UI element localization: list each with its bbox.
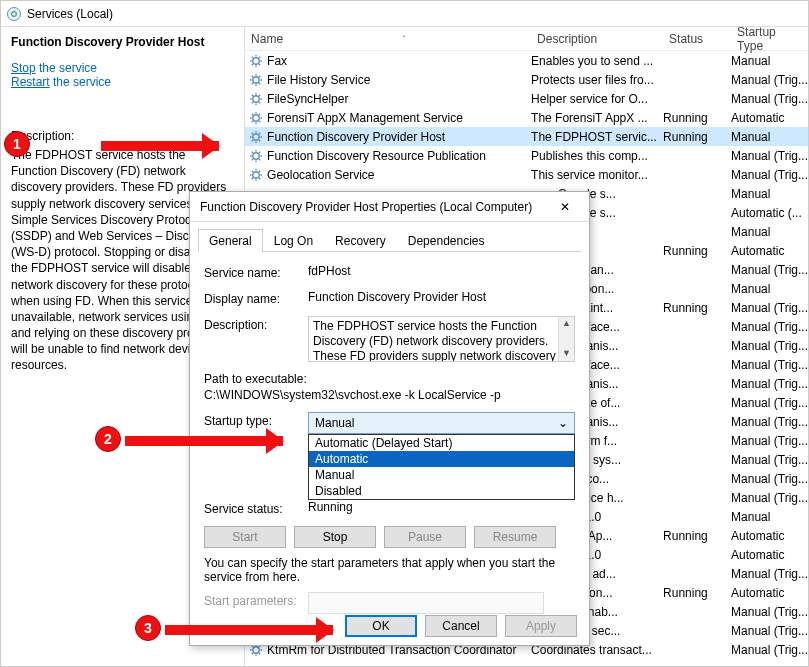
desc-box: The FDPHOST service hosts the Function D…: [308, 316, 575, 362]
service-name: FileSyncHelper: [267, 92, 348, 106]
annotation-arrow-3: [165, 625, 333, 635]
annotation-arrow-1: [101, 141, 219, 151]
service-row[interactable]: File History ServiceProtects user files …: [245, 70, 808, 89]
combo-option[interactable]: Manual: [309, 467, 574, 483]
service-startup: Automatic: [731, 111, 808, 125]
service-row[interactable]: FaxEnables you to send ...Manual: [245, 51, 808, 70]
svg-point-4: [253, 114, 259, 120]
service-row[interactable]: FileSyncHelperHelper service for O...Man…: [245, 89, 808, 108]
service-name-label: Service name:: [204, 264, 308, 280]
col-name[interactable]: Nameˆ: [245, 27, 531, 50]
service-startup: Manual (Trig...: [731, 92, 808, 106]
gear-icon: [249, 149, 263, 163]
service-status: Running: [663, 529, 731, 543]
service-startup: Manual (Trig...: [731, 434, 808, 448]
service-startup: Automatic: [731, 548, 808, 562]
combo-option[interactable]: Disabled: [309, 483, 574, 499]
col-description[interactable]: Description: [531, 27, 663, 50]
service-desc: Enables you to send ...: [531, 54, 663, 68]
cancel-button[interactable]: Cancel: [425, 615, 497, 637]
service-name: Fax: [267, 54, 287, 68]
combo-option[interactable]: Automatic: [309, 451, 574, 467]
service-startup: Manual (Trig...: [731, 643, 808, 657]
desc-label: Description:: [204, 316, 308, 362]
service-startup: Manual: [731, 282, 808, 296]
service-desc: Publishes this comp...: [531, 149, 663, 163]
service-desc: Protects user files fro...: [531, 73, 663, 87]
svg-point-0: [12, 11, 17, 16]
dialog-titlebar[interactable]: Function Discovery Provider Host Propert…: [190, 192, 589, 222]
service-status: Running: [663, 244, 731, 258]
svg-point-7: [253, 171, 259, 177]
service-startup: Manual (Trig...: [731, 567, 808, 581]
service-startup: Automatic: [731, 529, 808, 543]
start-button[interactable]: Start: [204, 526, 286, 548]
service-startup: Manual (Trig...: [731, 472, 808, 486]
service-status: Running: [663, 301, 731, 315]
col-status[interactable]: Status: [663, 27, 731, 50]
scroll-down-icon[interactable]: ▼: [562, 347, 571, 361]
tab-logon[interactable]: Log On: [263, 229, 324, 252]
service-row[interactable]: Function Discovery Resource PublicationP…: [245, 146, 808, 165]
service-startup: Manual (Trig...: [731, 339, 808, 353]
service-row[interactable]: Geolocation ServiceThis service monitor.…: [245, 165, 808, 184]
desc-scrollbar[interactable]: ▲▼: [558, 317, 574, 361]
service-startup: Automatic (...: [731, 206, 808, 220]
svg-point-5: [253, 133, 259, 139]
startup-type-dropdown: Automatic (Delayed Start)AutomaticManual…: [308, 434, 575, 500]
apply-button[interactable]: Apply: [505, 615, 577, 637]
service-row[interactable]: Function Discovery Provider HostThe FDPH…: [245, 127, 808, 146]
service-name-value: fdPHost: [308, 264, 575, 280]
service-startup: Manual (Trig...: [731, 377, 808, 391]
column-headers: Nameˆ Description Status Startup Type: [245, 27, 808, 51]
service-startup: Manual (Trig...: [731, 263, 808, 277]
pause-button[interactable]: Pause: [384, 526, 466, 548]
path-label: Path to executable:: [204, 372, 575, 386]
tab-recovery[interactable]: Recovery: [324, 229, 397, 252]
service-name: Geolocation Service: [267, 168, 374, 182]
service-startup: Manual (Trig...: [731, 491, 808, 505]
service-name: Function Discovery Resource Publication: [267, 149, 486, 163]
close-icon[interactable]: ✕: [545, 195, 585, 219]
service-startup: Manual: [731, 130, 808, 144]
tab-general[interactable]: General: [198, 229, 263, 252]
service-startup: Manual (Trig...: [731, 624, 808, 638]
svg-point-6: [253, 152, 259, 158]
service-status: Running: [663, 111, 731, 125]
restart-service-link[interactable]: Restart the service: [11, 75, 234, 89]
stop-service-link[interactable]: Stop the service: [11, 61, 234, 75]
service-startup: Manual (Trig...: [731, 149, 808, 163]
service-startup: Automatic: [731, 586, 808, 600]
chevron-down-icon: ⌄: [558, 416, 568, 430]
scroll-up-icon[interactable]: ▲: [562, 317, 571, 331]
dialog-tabs: General Log On Recovery Dependencies: [198, 228, 581, 252]
startup-type-combo[interactable]: Manual⌄: [308, 412, 575, 434]
service-startup: Manual: [731, 187, 808, 201]
service-startup: Manual (Trig...: [731, 320, 808, 334]
ok-button[interactable]: OK: [345, 615, 417, 637]
service-startup: Manual (Trig...: [731, 605, 808, 619]
service-startup: Manual (Trig...: [731, 453, 808, 467]
annotation-badge-2: 2: [95, 426, 121, 452]
service-status: Running: [663, 130, 731, 144]
start-params-label: Start parameters:: [204, 592, 308, 614]
service-startup: Manual (Trig...: [731, 358, 808, 372]
display-name-label: Display name:: [204, 290, 308, 306]
col-startup[interactable]: Startup Type: [731, 27, 808, 50]
combo-option[interactable]: Automatic (Delayed Start): [309, 435, 574, 451]
start-param-note: You can specify the start parameters tha…: [204, 556, 575, 584]
stop-button[interactable]: Stop: [294, 526, 376, 548]
gear-icon: [249, 73, 263, 87]
service-row[interactable]: ForensiT AppX Management ServiceThe Fore…: [245, 108, 808, 127]
annotation-badge-1: 1: [4, 131, 30, 157]
gear-icon: [249, 54, 263, 68]
gear-icon: [249, 168, 263, 182]
gear-icon: [249, 111, 263, 125]
service-startup: Manual (Trig...: [731, 168, 808, 182]
start-params-input[interactable]: [308, 592, 544, 614]
tab-dependencies[interactable]: Dependencies: [397, 229, 496, 252]
service-startup: Manual (Trig...: [731, 415, 808, 429]
resume-button[interactable]: Resume: [474, 526, 556, 548]
service-startup: Manual: [731, 54, 808, 68]
service-startup: Manual (Trig...: [731, 301, 808, 315]
